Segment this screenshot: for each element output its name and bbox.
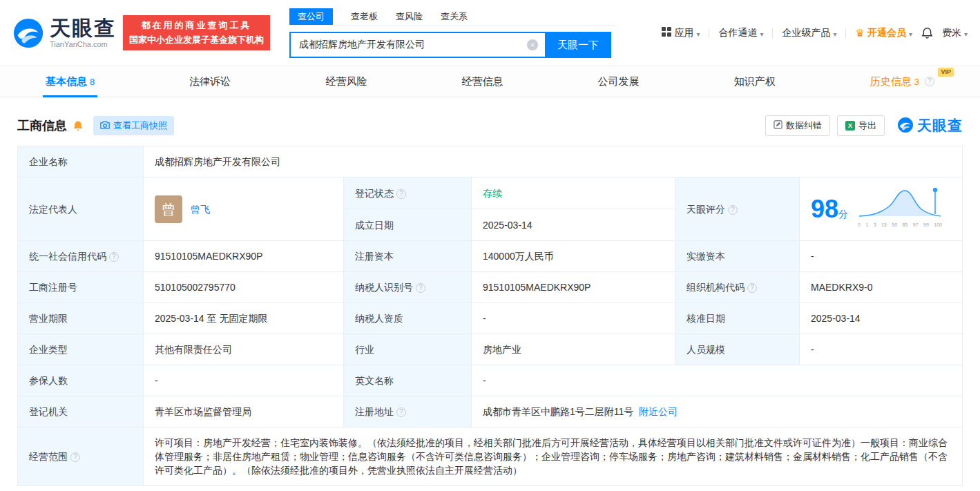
company-type-value: 其他有限责任公司 (144, 334, 344, 365)
chevron-down-icon (760, 28, 763, 39)
table-row: 法定代表人 曾 曾飞 登记状态 存续 天眼评分 (18, 177, 963, 209)
industry-value: 房地产业 (472, 334, 675, 365)
export-button[interactable]: 导出 (837, 115, 885, 136)
crown-icon (855, 27, 864, 39)
tab-company-development[interactable]: 公司发展 (595, 66, 642, 97)
table-row: 参保人数 - 英文名称 - (18, 365, 963, 396)
camera-icon (100, 121, 110, 131)
nav-enterprise[interactable]: 企业级产品 (782, 27, 836, 39)
search-tab-risk[interactable]: 查风险 (396, 8, 423, 25)
top-nav: 应用 合作通道 企业级产品 开通会员 费米 (662, 27, 968, 39)
search-tab-relation[interactable]: 查关系 (441, 8, 468, 25)
score-axis-ticks: 0131550859799100 (858, 218, 942, 232)
slogan-badge: 都在用的商业查询工具 国家中小企业发展子基金旗下机构 (123, 15, 270, 50)
help-icon[interactable] (747, 283, 757, 293)
reg-authority-label: 登记机关 (18, 396, 144, 427)
tab-operating-risk[interactable]: 经营风险 (323, 66, 369, 97)
help-icon[interactable] (396, 189, 406, 199)
industry-label: 行业 (344, 334, 472, 365)
nearby-companies-link[interactable]: 附近公司 (639, 406, 678, 417)
nav-partner[interactable]: 合作通道 (718, 27, 763, 39)
help-icon[interactable] (109, 252, 119, 262)
nav-divider (772, 28, 773, 38)
establish-date-label: 成立日期 (344, 209, 472, 241)
insured-count-label: 参保人数 (18, 365, 144, 396)
taxpayer-id-value: 91510105MAEDKRX90P (472, 272, 675, 303)
table-row: 登记机关 青羊区市场监督管理局 注册地址 成都市青羊区中鹏路1号二层附11号 附… (18, 396, 963, 427)
nav-user[interactable]: 费米 (942, 27, 968, 39)
tab-history-badge: 3 (914, 77, 919, 87)
approval-date-label: 核准日期 (675, 303, 800, 334)
help-icon[interactable] (728, 205, 738, 215)
chevron-down-icon (909, 28, 912, 39)
tab-intellectual-property[interactable]: 知识产权 (731, 66, 778, 97)
table-row: 经营范围 许可项目：房地产开发经营；住宅室内装饰装修。（依法须经批准的项目，经相… (18, 427, 963, 486)
search-tab-boss[interactable]: 查老板 (351, 8, 378, 25)
search-button[interactable]: 天眼一下 (545, 32, 611, 58)
reg-address-value: 成都市青羊区中鹏路1号二层附11号 附近公司 (472, 396, 963, 427)
establish-date-value: 2025-03-14 (472, 209, 675, 241)
table-row: 企业类型 其他有限责任公司 行业 房地产业 人员规模 - (18, 334, 963, 365)
english-name-value: - (472, 365, 963, 396)
snapshot-button[interactable]: 查看工商快照 (93, 116, 174, 135)
company-tabbar: 基本信息 8 法律诉讼 经营风险 经营信息 公司发展 知识产权 历史信息 3 V… (0, 66, 980, 97)
insured-count-value: - (144, 365, 344, 396)
tab-operating-info[interactable]: 经营信息 (459, 66, 506, 97)
subscribe-bell-icon[interactable] (73, 120, 84, 131)
nav-divider (709, 28, 709, 38)
reg-capital-value: 140000万人民币 (472, 241, 675, 272)
org-code-value: MAEDKRX9-0 (800, 272, 963, 303)
slogan-line1: 都在用的商业查询工具 (129, 19, 264, 32)
table-row: 统一社会信用代码 91510105MAEDKRX90P 注册资本 140000万… (18, 241, 963, 272)
help-icon[interactable] (70, 452, 80, 462)
business-scope-value: 许可项目：房地产开发经营；住宅室内装饰装修。（依法须经批准的项目，经相关部门批准… (144, 427, 963, 486)
nav-open-vip[interactable]: 开通会员 (855, 27, 912, 39)
nav-vip-label: 开通会员 (867, 27, 906, 39)
chevron-down-icon (833, 28, 836, 39)
tianyancha-logo[interactable]: 天眼查 TianYanCha.com (12, 17, 116, 49)
clear-search-icon[interactable] (527, 39, 538, 50)
score-curve-chart: 0131550859799100 (858, 186, 942, 232)
taxpayer-id-label: 纳税人识别号 (344, 272, 472, 303)
help-icon[interactable] (416, 283, 425, 293)
tianyancha-mini-logo-icon (897, 117, 914, 135)
section-title: 工商信息 (17, 117, 67, 134)
nav-apps[interactable]: 应用 (662, 27, 700, 39)
vip-tag: VIP (938, 68, 954, 77)
notifications-bell-icon[interactable] (921, 27, 933, 39)
tab-legal-proceedings[interactable]: 法律诉讼 (186, 66, 233, 97)
tab-basic-info[interactable]: 基本信息 8 (43, 66, 97, 97)
excel-icon (845, 121, 855, 131)
paid-capital-value: - (800, 241, 963, 272)
credit-code-value: 91510105MAEDKRX90P (144, 241, 344, 272)
score-value: 98分 0131550859799100 (800, 177, 963, 241)
section-header: 工商信息 查看工商快照 数据纠错 导出 (17, 115, 963, 136)
nav-user-label: 费米 (942, 27, 961, 39)
legal-rep-avatar[interactable]: 曾 (155, 195, 182, 223)
main-content: 工商信息 查看工商快照 数据纠错 导出 (0, 115, 980, 486)
nav-enterprise-label: 企业级产品 (782, 27, 830, 39)
search-tab-company[interactable]: 查公司 (289, 8, 333, 25)
help-icon[interactable] (925, 77, 934, 86)
english-name-label: 英文名称 (344, 365, 472, 396)
tab-history-info[interactable]: 历史信息 3 VIP (867, 66, 937, 97)
tab-basic-info-badge: 8 (90, 77, 95, 87)
help-icon[interactable] (396, 407, 406, 417)
search-area: 查公司 查老板 查风险 查关系 天眼一下 (289, 8, 615, 58)
table-row: 营业期限 2025-03-14 至 无固定期限 纳税人资质 - 核准日期 202… (18, 303, 963, 334)
search-tabs: 查公司 查老板 查风险 查关系 (289, 8, 615, 26)
reg-address-label: 注册地址 (344, 396, 472, 427)
reg-number-value: 510105002795770 (144, 272, 344, 303)
reg-capital-label: 注册资本 (344, 241, 472, 272)
search-input[interactable] (289, 32, 545, 58)
reg-authority-value: 青羊区市场监督管理局 (144, 396, 344, 427)
score-label: 天眼评分 (675, 177, 800, 241)
business-term-value: 2025-03-14 至 无固定期限 (144, 303, 344, 334)
legal-rep-link[interactable]: 曾飞 (191, 202, 210, 216)
top-header: 天眼查 TianYanCha.com 都在用的商业查询工具 国家中小企业发展子基… (0, 0, 980, 66)
staff-size-label: 人员规模 (675, 334, 800, 365)
business-scope-label: 经营范围 (18, 427, 144, 486)
data-correction-button[interactable]: 数据纠错 (765, 115, 830, 136)
table-row: 企业名称 成都招辉房地产开发有限公司 (18, 146, 963, 177)
business-info-table: 企业名称 成都招辉房地产开发有限公司 法定代表人 曾 曾飞 登记状态 存续 (17, 146, 963, 486)
